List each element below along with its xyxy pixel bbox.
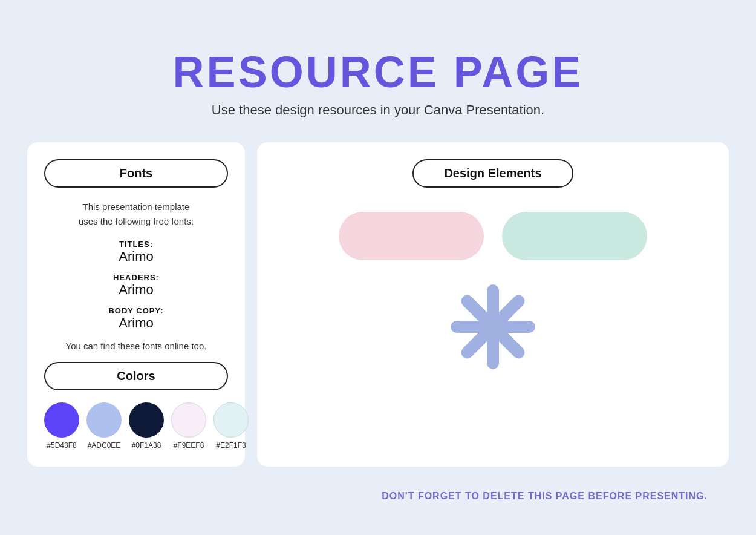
page-header: RESOURCE PAGE Use these design resources… (173, 48, 584, 118)
font-entry-body: BODY COPY: Arimo (44, 306, 228, 331)
color-hex-3: #0F1A38 (132, 441, 161, 450)
swatch-3: #0F1A38 (129, 402, 164, 450)
asterisk-icon (445, 278, 541, 375)
page-subtitle: Use these design resources in your Canva… (173, 102, 584, 118)
color-circle-5 (213, 402, 249, 438)
page-title: RESOURCE PAGE (173, 48, 584, 96)
pill-pink-shape (339, 212, 484, 260)
design-elements-header: Design Elements (274, 159, 712, 188)
fonts-badge: Fonts (44, 159, 228, 188)
color-circle-3 (129, 402, 164, 438)
right-panel: Design Elements (257, 142, 729, 467)
color-swatches: #5D43F8 #ADC0EE #0F1A38 #F9EEF8 #E2F1F3 (44, 402, 228, 450)
color-hex-4: #F9EEF8 (174, 441, 204, 450)
left-panel: Fonts This presentation template uses th… (27, 142, 245, 467)
shapes-row-pills (339, 212, 647, 260)
font-entry-titles: TITLES: Arimo (44, 240, 228, 264)
pill-mint-shape (502, 212, 647, 260)
color-circle-4 (171, 402, 206, 438)
swatch-4: #F9EEF8 (171, 402, 206, 450)
font-entry-headers: HEADERS: Arimo (44, 273, 228, 298)
colors-badge: Colors (44, 362, 228, 390)
design-elements-badge: Design Elements (412, 159, 573, 188)
color-hex-5: #E2F1F3 (216, 441, 246, 450)
font-name-headers: Arimo (44, 282, 228, 298)
swatch-2: #ADC0EE (86, 402, 122, 450)
main-content: Fonts This presentation template uses th… (27, 142, 729, 467)
font-label-body: BODY COPY: (44, 306, 228, 315)
font-name-body: Arimo (44, 315, 228, 331)
font-name-titles: Arimo (44, 249, 228, 264)
color-circle-2 (86, 402, 122, 438)
font-label-titles: TITLES: (44, 240, 228, 249)
color-circle-1 (44, 402, 79, 438)
swatch-1: #5D43F8 (44, 402, 79, 450)
asterisk-container (445, 278, 541, 378)
color-hex-1: #5D43F8 (47, 441, 76, 450)
font-find-text: You can find these fonts online too. (44, 341, 228, 351)
swatch-5: #E2F1F3 (213, 402, 249, 450)
color-hex-2: #ADC0EE (88, 441, 121, 450)
fonts-intro: This presentation template uses the foll… (44, 200, 228, 229)
footer-warning: DON'T FORGET TO DELETE THIS PAGE BEFORE … (382, 491, 708, 502)
font-label-headers: HEADERS: (44, 273, 228, 282)
design-shapes (274, 212, 712, 378)
